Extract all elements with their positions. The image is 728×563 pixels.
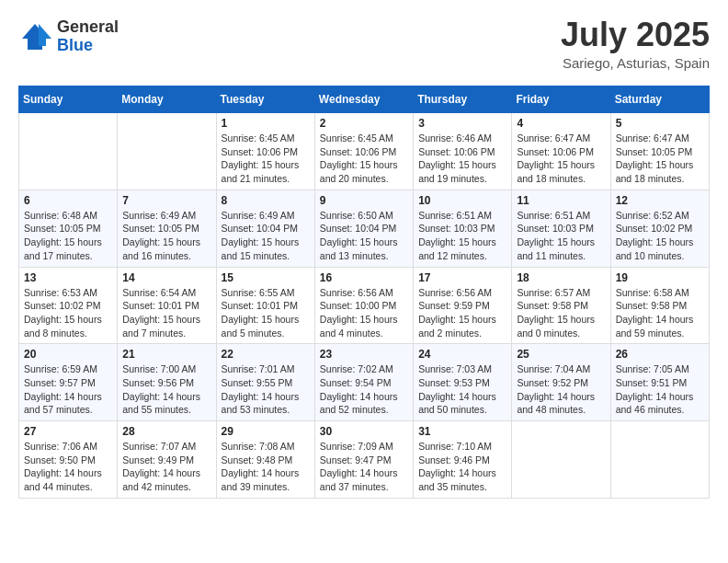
day-info: Sunrise: 6:58 AM Sunset: 9:58 PM Dayligh…	[616, 286, 704, 340]
weekday-header: Tuesday	[216, 86, 314, 113]
day-number: 3	[418, 117, 506, 130]
calendar-week-row: 27Sunrise: 7:06 AM Sunset: 9:50 PM Dayli…	[19, 421, 710, 499]
day-number: 9	[320, 194, 408, 207]
location: Sariego, Asturias, Spain	[561, 55, 710, 71]
day-info: Sunrise: 6:56 AM Sunset: 10:00 PM Daylig…	[320, 286, 408, 340]
day-number: 23	[320, 348, 408, 361]
logo: General Blue	[18, 18, 119, 55]
day-number: 22	[222, 348, 310, 361]
weekday-header: Sunday	[19, 86, 118, 113]
calendar-week-row: 13Sunrise: 6:53 AM Sunset: 10:02 PM Dayl…	[19, 267, 710, 344]
calendar-cell: 8Sunrise: 6:49 AM Sunset: 10:04 PM Dayli…	[216, 190, 314, 267]
day-number: 28	[122, 425, 210, 438]
day-number: 19	[616, 271, 704, 284]
day-info: Sunrise: 6:47 AM Sunset: 10:06 PM Daylig…	[517, 132, 605, 186]
day-number: 31	[418, 425, 506, 438]
calendar-cell: 20Sunrise: 6:59 AM Sunset: 9:57 PM Dayli…	[19, 344, 118, 421]
day-number: 2	[320, 117, 408, 130]
calendar-cell: 9Sunrise: 6:50 AM Sunset: 10:04 PM Dayli…	[314, 190, 413, 267]
day-info: Sunrise: 6:49 AM Sunset: 10:05 PM Daylig…	[122, 209, 210, 263]
day-number: 11	[517, 194, 605, 207]
calendar-cell: 15Sunrise: 6:55 AM Sunset: 10:01 PM Dayl…	[216, 267, 314, 344]
calendar-cell: 16Sunrise: 6:56 AM Sunset: 10:00 PM Dayl…	[314, 267, 413, 344]
calendar-cell: 5Sunrise: 6:47 AM Sunset: 10:05 PM Dayli…	[610, 113, 709, 190]
calendar-cell: 29Sunrise: 7:08 AM Sunset: 9:48 PM Dayli…	[216, 421, 314, 499]
day-info: Sunrise: 6:47 AM Sunset: 10:05 PM Daylig…	[616, 132, 704, 186]
calendar: SundayMondayTuesdayWednesdayThursdayFrid…	[18, 86, 710, 499]
day-info: Sunrise: 7:06 AM Sunset: 9:50 PM Dayligh…	[24, 440, 112, 494]
day-number: 26	[616, 348, 704, 361]
calendar-cell	[19, 113, 118, 190]
calendar-cell: 10Sunrise: 6:51 AM Sunset: 10:03 PM Dayl…	[414, 190, 512, 267]
day-number: 10	[418, 194, 506, 207]
day-info: Sunrise: 6:54 AM Sunset: 10:01 PM Daylig…	[122, 286, 210, 340]
calendar-cell: 13Sunrise: 6:53 AM Sunset: 10:02 PM Dayl…	[19, 267, 118, 344]
day-number: 6	[24, 194, 112, 207]
weekday-header: Wednesday	[314, 86, 413, 113]
day-info: Sunrise: 6:48 AM Sunset: 10:05 PM Daylig…	[24, 209, 112, 263]
day-number: 13	[24, 271, 112, 284]
calendar-cell: 7Sunrise: 6:49 AM Sunset: 10:05 PM Dayli…	[118, 190, 216, 267]
weekday-header: Monday	[118, 86, 216, 113]
weekday-header: Thursday	[414, 86, 512, 113]
svg-marker-1	[39, 24, 51, 46]
calendar-cell: 1Sunrise: 6:45 AM Sunset: 10:06 PM Dayli…	[216, 113, 314, 190]
calendar-week-row: 20Sunrise: 6:59 AM Sunset: 9:57 PM Dayli…	[19, 344, 710, 421]
day-info: Sunrise: 7:00 AM Sunset: 9:56 PM Dayligh…	[122, 362, 210, 417]
day-info: Sunrise: 6:55 AM Sunset: 10:01 PM Daylig…	[222, 286, 310, 340]
calendar-cell: 19Sunrise: 6:58 AM Sunset: 9:58 PM Dayli…	[610, 267, 709, 344]
day-info: Sunrise: 6:49 AM Sunset: 10:04 PM Daylig…	[222, 209, 310, 263]
day-number: 18	[517, 271, 605, 284]
calendar-cell: 26Sunrise: 7:05 AM Sunset: 9:51 PM Dayli…	[610, 344, 709, 421]
day-number: 16	[320, 271, 408, 284]
day-info: Sunrise: 7:08 AM Sunset: 9:48 PM Dayligh…	[222, 440, 310, 494]
month-year: July 2025	[561, 18, 710, 52]
calendar-cell: 4Sunrise: 6:47 AM Sunset: 10:06 PM Dayli…	[512, 113, 610, 190]
day-number: 25	[517, 348, 605, 361]
calendar-cell: 28Sunrise: 7:07 AM Sunset: 9:49 PM Dayli…	[118, 421, 216, 499]
calendar-cell: 17Sunrise: 6:56 AM Sunset: 9:59 PM Dayli…	[414, 267, 512, 344]
calendar-cell: 6Sunrise: 6:48 AM Sunset: 10:05 PM Dayli…	[19, 190, 118, 267]
day-number: 30	[320, 425, 408, 438]
day-info: Sunrise: 6:51 AM Sunset: 10:03 PM Daylig…	[418, 209, 506, 263]
weekday-header: Friday	[512, 86, 610, 113]
calendar-cell	[610, 421, 709, 499]
calendar-cell: 21Sunrise: 7:00 AM Sunset: 9:56 PM Dayli…	[118, 344, 216, 421]
day-info: Sunrise: 6:45 AM Sunset: 10:06 PM Daylig…	[222, 132, 310, 186]
logo-general: General	[57, 17, 119, 36]
calendar-cell: 14Sunrise: 6:54 AM Sunset: 10:01 PM Dayl…	[118, 267, 216, 344]
calendar-cell: 2Sunrise: 6:45 AM Sunset: 10:06 PM Dayli…	[314, 113, 413, 190]
calendar-cell: 22Sunrise: 7:01 AM Sunset: 9:55 PM Dayli…	[216, 344, 314, 421]
day-number: 1	[222, 117, 310, 130]
logo-text: General Blue	[57, 18, 119, 55]
day-number: 17	[418, 271, 506, 284]
calendar-cell: 23Sunrise: 7:02 AM Sunset: 9:54 PM Dayli…	[314, 344, 413, 421]
calendar-cell: 25Sunrise: 7:04 AM Sunset: 9:52 PM Dayli…	[512, 344, 610, 421]
calendar-cell: 11Sunrise: 6:51 AM Sunset: 10:03 PM Dayl…	[512, 190, 610, 267]
day-number: 29	[222, 425, 310, 438]
day-number: 24	[418, 348, 506, 361]
day-number: 7	[122, 194, 210, 207]
day-info: Sunrise: 7:03 AM Sunset: 9:53 PM Dayligh…	[418, 362, 506, 417]
day-info: Sunrise: 6:57 AM Sunset: 9:58 PM Dayligh…	[517, 286, 605, 340]
calendar-cell: 30Sunrise: 7:09 AM Sunset: 9:47 PM Dayli…	[314, 421, 413, 499]
day-number: 8	[222, 194, 310, 207]
calendar-cell: 27Sunrise: 7:06 AM Sunset: 9:50 PM Dayli…	[19, 421, 118, 499]
day-number: 14	[122, 271, 210, 284]
calendar-cell	[512, 421, 610, 499]
day-info: Sunrise: 6:50 AM Sunset: 10:04 PM Daylig…	[320, 209, 408, 263]
day-number: 21	[122, 348, 210, 361]
calendar-cell: 3Sunrise: 6:46 AM Sunset: 10:06 PM Dayli…	[414, 113, 512, 190]
day-info: Sunrise: 6:53 AM Sunset: 10:02 PM Daylig…	[24, 286, 112, 340]
day-number: 4	[517, 117, 605, 130]
logo-icon	[18, 20, 51, 53]
day-info: Sunrise: 7:04 AM Sunset: 9:52 PM Dayligh…	[517, 362, 605, 417]
calendar-week-row: 6Sunrise: 6:48 AM Sunset: 10:05 PM Dayli…	[19, 190, 710, 267]
day-number: 27	[24, 425, 112, 438]
day-info: Sunrise: 6:46 AM Sunset: 10:06 PM Daylig…	[418, 132, 506, 186]
day-info: Sunrise: 7:07 AM Sunset: 9:49 PM Dayligh…	[122, 440, 210, 494]
calendar-cell: 12Sunrise: 6:52 AM Sunset: 10:02 PM Dayl…	[610, 190, 709, 267]
weekday-header-row: SundayMondayTuesdayWednesdayThursdayFrid…	[19, 86, 710, 113]
calendar-cell: 31Sunrise: 7:10 AM Sunset: 9:46 PM Dayli…	[414, 421, 512, 499]
day-info: Sunrise: 7:05 AM Sunset: 9:51 PM Dayligh…	[616, 362, 704, 417]
